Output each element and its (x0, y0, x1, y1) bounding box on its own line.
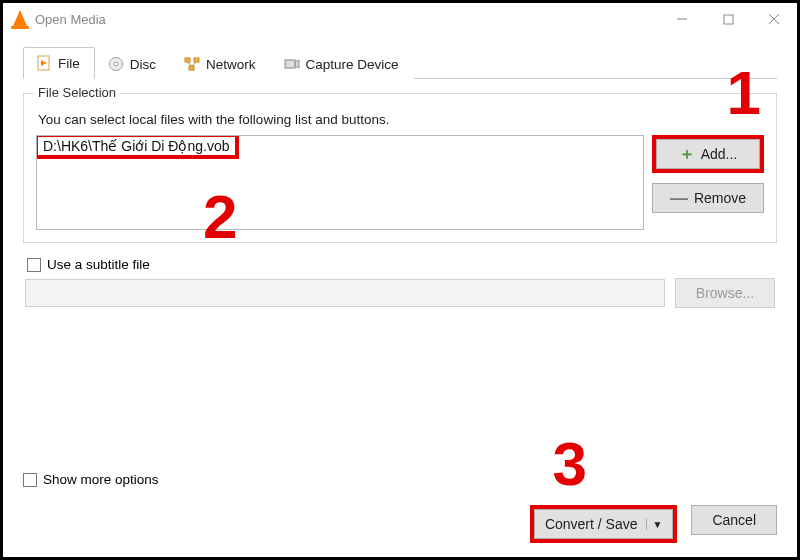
remove-button[interactable]: — Remove (652, 183, 764, 213)
window-title: Open Media (35, 12, 106, 27)
annotation-box-1: ＋ Add... (652, 135, 764, 173)
subtitle-label: Use a subtitle file (47, 257, 150, 272)
convert-save-button[interactable]: Convert / Save ▼ (534, 509, 674, 539)
cancel-button-label: Cancel (712, 512, 756, 528)
annotation-box-3: Convert / Save ▼ (530, 505, 678, 543)
svg-point-7 (114, 62, 118, 66)
add-button-label: Add... (701, 146, 738, 162)
subtitle-checkbox[interactable] (27, 258, 41, 272)
file-selection-help: You can select local files with the foll… (38, 112, 764, 127)
tab-disc-label: Disc (130, 57, 156, 72)
svg-line-12 (192, 62, 196, 66)
tab-network[interactable]: Network (171, 48, 271, 79)
file-selection-legend: File Selection (34, 85, 120, 100)
annotation-number-3: 3 (553, 428, 587, 499)
svg-rect-10 (189, 66, 194, 70)
svg-rect-8 (185, 58, 190, 62)
browse-button: Browse... (675, 278, 775, 308)
window-controls (659, 3, 797, 35)
tab-capture-label: Capture Device (306, 57, 399, 72)
svg-line-11 (187, 62, 192, 66)
network-icon (184, 56, 200, 72)
tab-capture[interactable]: Capture Device (271, 48, 414, 79)
svg-marker-14 (295, 60, 299, 68)
maximize-button[interactable] (705, 3, 751, 35)
browse-button-label: Browse... (696, 285, 754, 301)
title-bar: Open Media (3, 3, 797, 35)
capture-icon (284, 56, 300, 72)
file-entry[interactable]: D:\HK6\Thế Giới Di Động.vob (37, 136, 236, 156)
tab-network-label: Network (206, 57, 256, 72)
more-options-checkbox[interactable] (23, 473, 37, 487)
file-list[interactable]: D:\HK6\Thế Giới Di Động.vob (36, 135, 644, 230)
tab-bar: File Disc Network Capture Device (23, 43, 777, 79)
remove-button-label: Remove (694, 190, 746, 206)
subtitle-row: Use a subtitle file (27, 257, 777, 272)
cancel-button[interactable]: Cancel (691, 505, 777, 535)
minimize-button[interactable] (659, 3, 705, 35)
svg-rect-1 (724, 15, 733, 24)
convert-save-label: Convert / Save (545, 516, 638, 532)
file-selection-group: File Selection You can select local file… (23, 93, 777, 243)
file-icon (36, 55, 52, 71)
svg-rect-13 (285, 60, 295, 68)
disc-icon (108, 56, 124, 72)
vlc-icon (11, 10, 29, 28)
tab-disc[interactable]: Disc (95, 48, 171, 79)
annotation-number-1: 1 (727, 57, 761, 128)
close-button[interactable] (751, 3, 797, 35)
svg-rect-9 (194, 58, 199, 62)
tab-file[interactable]: File (23, 47, 95, 79)
more-options-label: Show more options (43, 472, 159, 487)
dropdown-arrow-icon[interactable]: ▼ (646, 519, 663, 530)
more-options-row: Show more options (23, 472, 777, 487)
annotation-number-2: 2 (203, 181, 237, 252)
subtitle-path-input (25, 279, 665, 307)
tab-file-label: File (58, 56, 80, 71)
add-button[interactable]: ＋ Add... (656, 139, 760, 169)
